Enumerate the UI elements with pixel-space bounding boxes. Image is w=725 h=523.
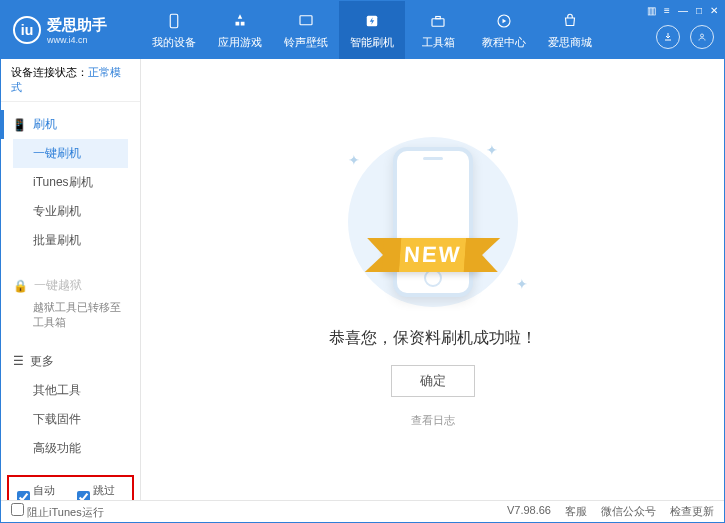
star-icon: ✦ <box>348 152 360 168</box>
customer-service-link[interactable]: 客服 <box>565 504 587 519</box>
toolbox-icon <box>428 11 448 31</box>
check-update-link[interactable]: 检查更新 <box>670 504 714 519</box>
menu-icon[interactable]: ▥ <box>647 5 656 16</box>
download-button[interactable] <box>656 25 680 49</box>
sidebar-item-itunes-flash[interactable]: iTunes刷机 <box>13 168 128 197</box>
nav-tutorials[interactable]: 教程中心 <box>471 1 537 59</box>
main-nav: 我的设备 应用游戏 铃声壁纸 智能刷机 工具箱 教程中心 爱思商城 <box>141 1 724 59</box>
skip-guide-checkbox[interactable]: 跳过向导 <box>77 483 125 500</box>
store-icon <box>560 11 580 31</box>
connection-status: 设备连接状态：正常模式 <box>1 59 140 102</box>
nav-ringtone-wallpaper[interactable]: 铃声壁纸 <box>273 1 339 59</box>
nav-my-device[interactable]: 我的设备 <box>141 1 207 59</box>
sidebar-item-batch-flash[interactable]: 批量刷机 <box>13 226 128 255</box>
svg-rect-0 <box>170 14 178 28</box>
lock-icon: 🔒 <box>13 279 28 293</box>
version-label: V7.98.66 <box>507 504 551 519</box>
new-ribbon: NEW <box>383 238 483 272</box>
sidebar-item-download-firmware[interactable]: 下载固件 <box>13 405 128 434</box>
list-icon: ☰ <box>13 354 24 368</box>
flash-icon <box>362 11 382 31</box>
ok-button[interactable]: 确定 <box>391 365 475 397</box>
group-jailbreak: 🔒一键越狱 <box>13 271 128 300</box>
success-message: 恭喜您，保资料刷机成功啦！ <box>329 328 537 349</box>
view-log-link[interactable]: 查看日志 <box>411 413 455 428</box>
apps-icon <box>230 11 250 31</box>
nav-store[interactable]: 爱思商城 <box>537 1 603 59</box>
sidebar-item-other-tools[interactable]: 其他工具 <box>13 376 128 405</box>
footer: 阻止iTunes运行 V7.98.66 客服 微信公众号 检查更新 <box>1 500 724 522</box>
phone-illustration <box>393 147 473 297</box>
star-icon: ✦ <box>486 142 498 158</box>
nav-apps-games[interactable]: 应用游戏 <box>207 1 273 59</box>
wallpaper-icon <box>296 11 316 31</box>
window-controls: ▥ ≡ — □ ✕ <box>647 5 718 16</box>
app-url: www.i4.cn <box>47 35 107 45</box>
main-content: ✦ ✦ ✦ NEW 恭喜您，保资料刷机成功啦！ 确定 查看日志 <box>141 59 724 500</box>
star-icon: ✦ <box>516 276 528 292</box>
app-header: iu 爱思助手 www.i4.cn 我的设备 应用游戏 铃声壁纸 智能刷机 工具… <box>1 1 724 59</box>
group-flash[interactable]: 📱刷机 <box>1 110 128 139</box>
tutorial-icon <box>494 11 514 31</box>
phone-icon <box>164 11 184 31</box>
user-button[interactable] <box>690 25 714 49</box>
success-illustration: ✦ ✦ ✦ NEW <box>328 132 538 312</box>
maximize-icon[interactable]: □ <box>696 5 702 16</box>
wechat-link[interactable]: 微信公众号 <box>601 504 656 519</box>
logo-area: iu 爱思助手 www.i4.cn <box>1 16 141 45</box>
block-itunes-checkbox[interactable]: 阻止iTunes运行 <box>11 503 104 520</box>
sidebar-item-one-click-flash[interactable]: 一键刷机 <box>13 139 128 168</box>
nav-smart-flash[interactable]: 智能刷机 <box>339 1 405 59</box>
svg-rect-4 <box>436 16 441 18</box>
sidebar-item-pro-flash[interactable]: 专业刷机 <box>13 197 128 226</box>
auto-activate-checkbox[interactable]: 自动激活 <box>17 483 65 500</box>
svg-point-6 <box>701 34 704 37</box>
header-right-actions <box>656 25 714 49</box>
nav-toolbox[interactable]: 工具箱 <box>405 1 471 59</box>
logo-icon: iu <box>13 16 41 44</box>
flash-options: 自动激活 跳过向导 <box>7 475 134 500</box>
app-name: 爱思助手 <box>47 16 107 35</box>
svg-rect-3 <box>432 18 444 26</box>
sidebar: 设备连接状态：正常模式 📱刷机 一键刷机 iTunes刷机 专业刷机 批量刷机 … <box>1 59 141 500</box>
close-icon[interactable]: ✕ <box>710 5 718 16</box>
sidebar-item-advanced[interactable]: 高级功能 <box>13 434 128 463</box>
jailbreak-note: 越狱工具已转移至工具箱 <box>13 300 128 331</box>
svg-rect-1 <box>300 15 312 24</box>
minimize-icon[interactable]: — <box>678 5 688 16</box>
settings-icon[interactable]: ≡ <box>664 5 670 16</box>
group-more[interactable]: ☰更多 <box>13 347 128 376</box>
phone-icon: 📱 <box>12 118 27 132</box>
